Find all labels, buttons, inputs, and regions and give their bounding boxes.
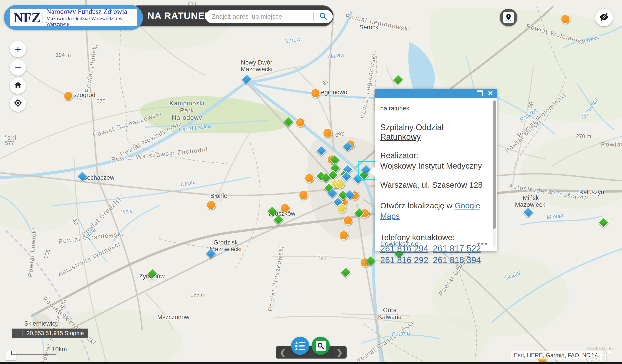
- search-icon: [319, 12, 328, 21]
- marker-orange-circle[interactable]: [339, 231, 348, 240]
- legend-list-icon: [295, 342, 305, 350]
- marker-orange-circle[interactable]: [296, 118, 305, 127]
- popup-scrollbar: [493, 100, 496, 248]
- search-bar: [205, 10, 333, 23]
- more-options-icon[interactable]: •••: [477, 239, 489, 248]
- esri-logo: POWERED BY esri: [586, 346, 614, 363]
- feature-popup: ✕ na ratunek Szpitalny Oddział Ratunkowy…: [375, 89, 497, 251]
- marker-blue-diamond[interactable]: [241, 74, 252, 85]
- locate-button[interactable]: [10, 95, 26, 112]
- search-tool-button[interactable]: [311, 337, 330, 355]
- zoom-out-button[interactable]: −: [10, 59, 26, 76]
- carousel-prev-button[interactable]: ❮: [276, 348, 290, 357]
- carousel-divider: [290, 346, 290, 359]
- marker-green-diamond[interactable]: [598, 217, 609, 228]
- tool-carousel: ❮ ❯: [276, 346, 347, 359]
- popup-title: Szpitalny Oddział Ratunkowy: [380, 123, 486, 142]
- marker-orange-circle[interactable]: [299, 190, 308, 200]
- open-location-line: Otwórz lokalizację w Google Maps: [380, 200, 486, 221]
- realizator-value: Wojskowy Instytut Medyczny: [380, 161, 486, 170]
- marker-blue-diamond[interactable]: [316, 146, 327, 156]
- popup-titlebar: ✕: [375, 89, 497, 98]
- marker-orange-circle[interactable]: [64, 91, 73, 100]
- esri-wordmark: esri: [586, 350, 607, 363]
- scale-bar: [11, 351, 57, 355]
- phone-link[interactable]: 261 816 292: [380, 255, 428, 265]
- search-button[interactable]: [314, 12, 333, 21]
- nfz-logo-card: NFZ Narodowy Fundusz Zdrowia Mazowiecki …: [10, 9, 137, 26]
- legend-button[interactable]: [291, 337, 309, 355]
- crosshair-icon: [13, 97, 22, 110]
- popup-body: na ratunek Szpitalny Oddział Ratunkowy R…: [375, 98, 497, 251]
- home-icon: [14, 79, 22, 92]
- popup-footer: Powiększ do •••: [380, 239, 489, 248]
- zoom-in-button[interactable]: +: [10, 41, 26, 57]
- coordinate-widget: 20,553 51,915 Stopnie: [12, 328, 88, 338]
- magnifier-icon: [316, 341, 326, 351]
- marker-yellow-circle[interactable]: [335, 180, 345, 189]
- search-input[interactable]: [205, 13, 313, 20]
- open-location-prefix: Otwórz lokalizację w: [380, 201, 452, 210]
- phone-row: 261 816 292 261 818 394: [380, 255, 486, 265]
- home-button[interactable]: [10, 77, 26, 94]
- coordinate-readout: 20,553 51,915 Stopnie: [22, 330, 88, 337]
- minus-icon: −: [15, 61, 21, 74]
- logo-divider: [42, 11, 43, 24]
- marker-green-diamond[interactable]: [393, 74, 404, 85]
- marker-orange-circle[interactable]: [343, 216, 352, 225]
- marker-orange-circle[interactable]: [305, 174, 314, 183]
- marker-blue-diamond[interactable]: [523, 207, 534, 218]
- app-title: NA RATUNEK: [147, 5, 212, 26]
- realizator-label: Realizator:: [380, 151, 486, 160]
- eye-slash-icon: [599, 12, 609, 23]
- nfz-mark: NFZ: [10, 10, 42, 26]
- phone-link[interactable]: 261 818 394: [433, 255, 481, 265]
- popup-pointer: [369, 166, 375, 177]
- tracking-button[interactable]: [500, 9, 517, 26]
- esri-dot: [608, 350, 611, 353]
- marker-green-diamond[interactable]: [267, 206, 278, 217]
- marker-green-diamond[interactable]: [340, 267, 351, 278]
- marker-green-diamond[interactable]: [283, 117, 294, 127]
- popup-scrollbar-thumb[interactable]: [493, 100, 496, 229]
- dock-icon[interactable]: [477, 91, 483, 96]
- zoom-to-link[interactable]: Powiększ do: [380, 240, 418, 248]
- map-application: WyszogródNowy Dwór MazowieckiSerockLegio…: [0, 0, 622, 364]
- map-markers-layer: [0, 0, 622, 364]
- nfz-logo[interactable]: NFZ Narodowy Fundusz Zdrowia Mazowiecki …: [4, 5, 143, 30]
- logo-line1: Narodowy Fundusz Zdrowia: [46, 9, 137, 16]
- marker-orange-circle[interactable]: [311, 89, 320, 98]
- popup-divider: [380, 116, 486, 116]
- layer-visibility-button[interactable]: [595, 9, 613, 26]
- marker-blue-diamond[interactable]: [77, 171, 88, 182]
- logo-line2: Mazowiecki Oddział Wojewódzki w Warszawi…: [46, 16, 137, 26]
- close-icon[interactable]: ✕: [487, 90, 493, 97]
- carousel-next-button[interactable]: ❯: [332, 348, 347, 357]
- marker-blue-diamond[interactable]: [206, 248, 216, 259]
- plus-icon: +: [15, 43, 21, 55]
- marker-yellow-circle[interactable]: [337, 204, 346, 213]
- marker-green-diamond[interactable]: [273, 215, 284, 225]
- address-value: Warszawa, ul. Szaserów 128: [380, 181, 486, 189]
- marker-orange-circle[interactable]: [280, 204, 289, 213]
- move-crosshair-icon[interactable]: [12, 330, 22, 336]
- popup-layer-name: na ratunek: [380, 105, 486, 112]
- marker-orange-circle[interactable]: [561, 15, 570, 24]
- location-pin-icon: [503, 12, 514, 23]
- marker-orange-circle[interactable]: [207, 200, 215, 209]
- marker-orange-circle[interactable]: [323, 128, 332, 137]
- bottom-edge-strip: [0, 362, 622, 364]
- marker-green-diamond[interactable]: [147, 268, 158, 279]
